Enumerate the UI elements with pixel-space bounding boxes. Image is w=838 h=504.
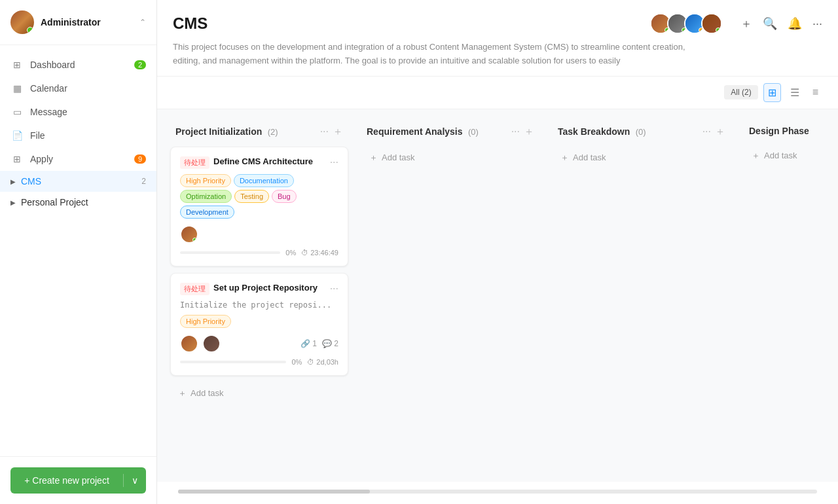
card-tags: High Priority Documentation Optimization…	[180, 174, 338, 219]
add-task-button[interactable]: ＋ Add task	[361, 147, 539, 169]
tag-development[interactable]: Development	[180, 206, 234, 219]
tree-item-count: 2	[141, 177, 146, 186]
horizontal-scrollbar[interactable]	[178, 490, 817, 494]
scrollbar-thumb	[178, 490, 370, 494]
tag-testing[interactable]: Testing	[234, 190, 269, 203]
column-more-icon[interactable]: ···	[511, 126, 520, 137]
card-title: Set up Project Repository	[213, 283, 330, 293]
column-actions: ··· ＋	[320, 125, 343, 139]
add-task-button[interactable]: ＋ Add task	[553, 147, 731, 169]
plus-icon: ＋	[752, 150, 760, 162]
add-task-button[interactable]: ＋ Add task	[170, 382, 348, 405]
column-header: Project Initialization (2) ··· ＋	[168, 120, 351, 144]
column-title: Requirement Analysis	[367, 126, 463, 137]
tag-optimization[interactable]: Optimization	[180, 190, 232, 203]
sidebar-item-dashboard[interactable]: ⊞ Dashboard 2	[0, 53, 156, 77]
card-header: 待处理 Set up Project Repository ···	[180, 283, 338, 295]
card-description: Initialize the project reposi...	[180, 300, 338, 310]
bell-icon[interactable]: 🔔	[788, 16, 802, 31]
sidebar-header: Administrator ⌃	[0, 0, 156, 45]
list-view-icon[interactable]: ☰	[786, 84, 803, 101]
grid-view-icon[interactable]: ⊞	[763, 83, 781, 102]
progress-bar	[180, 251, 280, 254]
column-add-icon[interactable]: ＋	[715, 125, 725, 139]
kanban-column-req-analysis: Requirement Analysis (0) ··· ＋ ＋ Add tas…	[359, 120, 542, 471]
card-progress: 0% ⏱ 2d,03h	[180, 358, 338, 366]
tag-bug[interactable]: Bug	[272, 190, 297, 203]
title-row: CMS	[173, 13, 822, 34]
create-project-label: + Create new project	[10, 475, 123, 486]
file-icon: 📄	[10, 130, 24, 141]
card-time: ⏱ 2d,03h	[307, 358, 338, 366]
compact-view-icon[interactable]: ≡	[809, 84, 822, 101]
column-header: Requirement Analysis (0) ··· ＋	[359, 120, 542, 144]
column-add-icon[interactable]: ＋	[524, 125, 534, 139]
card-status-badge: 待处理	[180, 283, 210, 295]
header-avatars	[650, 13, 722, 34]
kanban-cards: ＋ Add task	[359, 144, 542, 471]
column-header: Design Phase	[741, 120, 817, 142]
kanban-cards: ＋ Add task	[741, 142, 817, 471]
sidebar: Administrator ⌃ ⊞ Dashboard 2 ▦ Calendar…	[0, 0, 157, 504]
all-filter-badge[interactable]: All (2)	[724, 85, 757, 99]
card-menu-icon[interactable]: ···	[330, 283, 338, 295]
sidebar-nav: ⊞ Dashboard 2 ▦ Calendar ▭ Message 📄 Fil…	[0, 45, 156, 456]
card-status-badge: 待处理	[180, 156, 210, 169]
column-header: Task Breakdown (0) ··· ＋	[550, 120, 733, 144]
sidebar-item-calendar[interactable]: ▦ Calendar	[0, 77, 156, 100]
sidebar-item-label: Message	[30, 107, 67, 117]
sidebar-item-label: Calendar	[30, 83, 67, 94]
kanban-column-task-breakdown: Task Breakdown (0) ··· ＋ ＋ Add task	[550, 120, 733, 471]
tree-item-label: CMS	[21, 176, 141, 187]
sidebar-item-personal-project[interactable]: ▶ Personal Project	[0, 192, 156, 213]
progress-percent: 0%	[285, 249, 296, 257]
arrow-right-icon: ▶	[10, 199, 16, 206]
apply-badge: 9	[134, 154, 146, 164]
arrow-right-icon: ▶	[10, 178, 16, 185]
column-more-icon[interactable]: ···	[702, 126, 711, 137]
clock-icon: ⏱	[307, 358, 314, 366]
search-icon[interactable]: 🔍	[763, 16, 777, 31]
chevron-icon[interactable]: ⌃	[139, 18, 146, 27]
kanban-board: Project Initialization (2) ··· ＋ 待处理 Def…	[157, 109, 838, 482]
kanban-column-project-init: Project Initialization (2) ··· ＋ 待处理 Def…	[168, 120, 351, 471]
column-more-icon[interactable]: ···	[320, 126, 329, 137]
more-icon[interactable]: ···	[812, 17, 822, 31]
plus-icon: ＋	[178, 387, 187, 399]
avatar	[10, 10, 34, 34]
card-menu-icon[interactable]: ···	[330, 156, 338, 168]
plus-icon[interactable]: ＋	[740, 16, 752, 31]
table-row: 待处理 Set up Project Repository ··· Initia…	[170, 273, 348, 376]
sidebar-item-cms[interactable]: ▶ CMS 2	[0, 171, 156, 192]
card-tags: High Priority	[180, 315, 338, 328]
column-count: (2)	[268, 127, 278, 137]
add-task-label: Add task	[191, 388, 224, 398]
add-task-button[interactable]: ＋ Add task	[744, 145, 814, 167]
sidebar-item-message[interactable]: ▭ Message	[0, 100, 156, 124]
add-task-label: Add task	[573, 153, 606, 162]
sidebar-item-label: File	[30, 130, 45, 141]
add-task-label: Add task	[764, 151, 797, 160]
comment-icon: 💬 2	[322, 339, 338, 348]
header-actions: ＋ 🔍 🔔 ···	[740, 16, 822, 31]
sidebar-user: Administrator	[10, 10, 101, 34]
sidebar-footer: + Create new project ∨	[0, 456, 156, 504]
tag-high-priority[interactable]: High Priority	[180, 315, 231, 328]
card-header: 待处理 Define CMS Architecture ···	[180, 156, 338, 169]
username: Administrator	[41, 17, 101, 27]
column-add-icon[interactable]: ＋	[333, 125, 343, 139]
sidebar-item-label: Dashboard	[30, 60, 75, 70]
dashboard-icon: ⊞	[10, 60, 24, 70]
create-project-button[interactable]: + Create new project ∨	[10, 467, 146, 494]
apply-icon: ⊞	[10, 154, 24, 164]
tag-high-priority[interactable]: High Priority	[180, 174, 231, 187]
kanban-cards: 待处理 Define CMS Architecture ··· High Pri…	[168, 144, 351, 471]
column-title: Project Initialization	[175, 126, 262, 137]
avatar-status	[716, 27, 721, 33]
sidebar-item-apply[interactable]: ⊞ Apply 9	[0, 147, 156, 171]
sidebar-item-file[interactable]: 📄 File	[0, 124, 156, 147]
column-actions: ··· ＋	[511, 125, 534, 139]
column-title: Task Breakdown	[558, 126, 630, 137]
column-title: Design Phase	[749, 126, 809, 136]
tag-documentation[interactable]: Documentation	[234, 174, 294, 187]
